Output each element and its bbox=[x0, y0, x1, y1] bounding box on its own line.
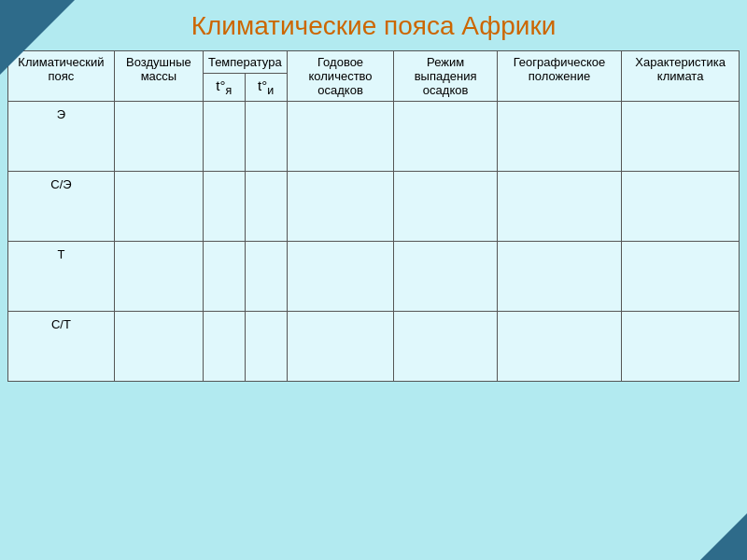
cell-godovoe-se bbox=[287, 172, 394, 242]
header-temp: Температура bbox=[203, 51, 287, 74]
cell-temp-ya-t bbox=[203, 242, 245, 312]
cell-label-e: Э bbox=[8, 102, 115, 172]
cell-temp-ya-se bbox=[203, 172, 245, 242]
cell-char-st bbox=[622, 312, 740, 382]
cell-rezhim-st bbox=[394, 312, 497, 382]
cell-temp-i-st bbox=[245, 312, 287, 382]
header-godovoe: Годовое количество осадков bbox=[287, 51, 394, 102]
header-char: Характеристика климата bbox=[622, 51, 740, 102]
table-row: Э bbox=[8, 102, 740, 172]
cell-geo-t bbox=[497, 242, 621, 312]
cell-vozduh-st bbox=[114, 312, 203, 382]
header-temp-ya: t°я bbox=[203, 74, 245, 102]
cell-temp-i-t bbox=[245, 242, 287, 312]
bottom-right-decoration bbox=[700, 513, 747, 560]
cell-geo-se bbox=[497, 172, 621, 242]
cell-vozduh-se bbox=[114, 172, 203, 242]
table-row: С/Т bbox=[8, 312, 740, 382]
table-container: Климатический пояс Воздушные массы Темпе… bbox=[0, 50, 747, 389]
header-vozduh: Воздушные массы bbox=[114, 51, 203, 102]
cell-char-se bbox=[622, 172, 740, 242]
cell-geo-e bbox=[497, 102, 621, 172]
cell-char-e bbox=[622, 102, 740, 172]
cell-label-se: С/Э bbox=[8, 172, 115, 242]
cell-temp-i-e bbox=[245, 102, 287, 172]
cell-label-st: С/Т bbox=[8, 312, 115, 382]
cell-vozduh-e bbox=[114, 102, 203, 172]
cell-godovoe-e bbox=[287, 102, 394, 172]
cell-char-t bbox=[622, 242, 740, 312]
header-rezhim: Режим выпадения осадков bbox=[394, 51, 497, 102]
header-temp-i: t°и bbox=[245, 74, 287, 102]
climate-table: Климатический пояс Воздушные массы Темпе… bbox=[7, 50, 740, 382]
header-geo: Географическое положение bbox=[497, 51, 621, 102]
cell-label-t: Т bbox=[8, 242, 115, 312]
cell-temp-ya-st bbox=[203, 312, 245, 382]
cell-godovoe-st bbox=[287, 312, 394, 382]
cell-temp-ya-e bbox=[203, 102, 245, 172]
cell-temp-i-se bbox=[245, 172, 287, 242]
cell-godovoe-t bbox=[287, 242, 394, 312]
cell-vozduh-t bbox=[114, 242, 203, 312]
table-row: С/Э bbox=[8, 172, 740, 242]
table-row: Т bbox=[8, 242, 740, 312]
cell-geo-st bbox=[497, 312, 621, 382]
cell-rezhim-se bbox=[394, 172, 497, 242]
top-left-decoration bbox=[0, 0, 75, 75]
cell-rezhim-e bbox=[394, 102, 497, 172]
page-title: Климатические пояса Африки bbox=[0, 0, 747, 50]
cell-rezhim-t bbox=[394, 242, 497, 312]
